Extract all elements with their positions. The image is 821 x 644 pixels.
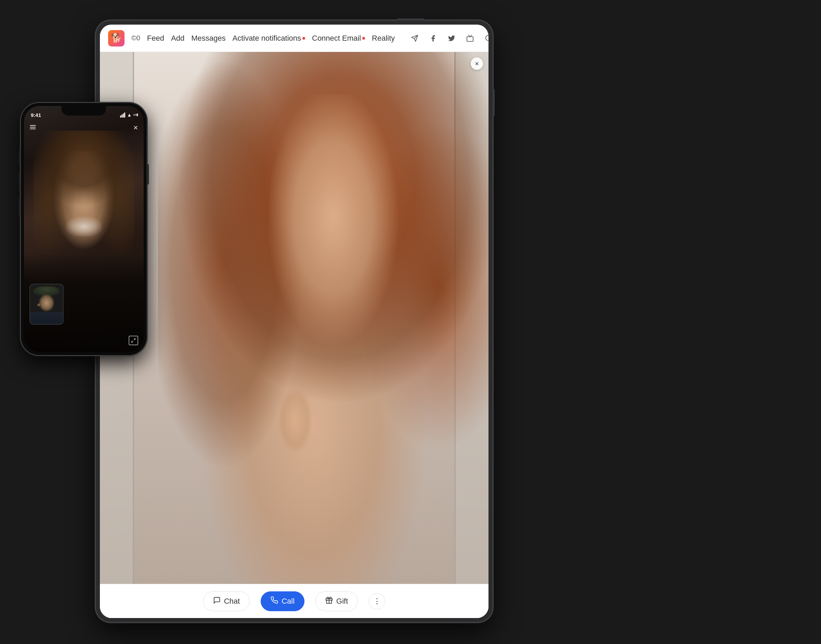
chat-icon [213, 596, 221, 606]
phone-mute-button [19, 150, 20, 164]
nav-counter: ©0 [131, 34, 140, 42]
phone-volume-down-button [19, 196, 20, 217]
phone-top-bar: ✕ [24, 121, 144, 135]
tablet-device: 🐕 ©0 Feed Add Messages Activate notifica… [96, 20, 493, 622]
phone-thumb-face [37, 294, 56, 312]
gift-button[interactable]: Gift [315, 591, 358, 611]
phone-time: 9:41 [31, 112, 41, 118]
svg-rect-2 [467, 37, 473, 41]
battery-icon [134, 114, 137, 115]
navbar: 🐕 ©0 Feed Add Messages Activate notifica… [100, 25, 489, 52]
notification-dot [302, 37, 305, 40]
email-dot [362, 37, 365, 40]
phone-smile [66, 217, 102, 236]
phone-power-button [147, 164, 149, 185]
phone-thumb-ear [37, 304, 40, 306]
tablet-volume-button [397, 18, 424, 20]
main-content: × Chat Call [100, 52, 489, 618]
svg-point-3 [486, 35, 489, 40]
phone-volume-up-button [19, 171, 20, 192]
gift-icon [325, 596, 333, 606]
nav-add[interactable]: Add [171, 34, 184, 43]
nav-feed[interactable]: Feed [147, 34, 164, 43]
phone-expand-icon[interactable] [129, 336, 138, 345]
phone-close-icon[interactable]: ✕ [133, 124, 138, 132]
action-bar: Chat Call Gift ⋮ [100, 584, 489, 618]
face-area [236, 94, 430, 387]
app-logo[interactable]: 🐕 [108, 30, 125, 46]
phone-device: 9:41 ▲ ✕ [20, 103, 147, 356]
search-icon[interactable] [482, 32, 489, 44]
nav-connect-email[interactable]: Connect Email [312, 34, 365, 43]
phone-screen: 9:41 ▲ ✕ [24, 106, 144, 352]
chat-button[interactable]: Chat [203, 591, 250, 611]
phone-notch [61, 106, 106, 115]
phone-pip-thumbnail [29, 284, 64, 325]
youtube-icon[interactable] [464, 32, 476, 44]
phone-hair [34, 130, 134, 266]
wifi-icon: ▲ [127, 112, 132, 118]
signal-bars-icon [120, 112, 125, 118]
phone-menu-icon[interactable] [29, 124, 36, 132]
nav-reality[interactable]: Reality [372, 34, 395, 43]
close-button[interactable]: × [471, 57, 483, 70]
nav-activate-notifications[interactable]: Activate notifications [232, 34, 305, 43]
call-button[interactable]: Call [261, 591, 304, 611]
tablet-power-button [493, 89, 495, 116]
nav-messages[interactable]: Messages [191, 34, 225, 43]
call-icon [271, 596, 278, 606]
tablet-screen: 🐕 ©0 Feed Add Messages Activate notifica… [100, 25, 489, 618]
more-options-button[interactable]: ⋮ [369, 593, 385, 609]
phone-status-icons: ▲ [120, 112, 137, 118]
phone-thumb-bg [30, 284, 63, 324]
profile-bg [100, 52, 489, 584]
facebook-icon[interactable] [427, 32, 439, 44]
twitter-icon[interactable] [445, 32, 458, 44]
profile-image-area: × [100, 52, 489, 584]
send-icon[interactable] [409, 32, 421, 44]
phone-thumb-shirt [30, 312, 63, 324]
hand-area [275, 389, 316, 451]
nav-icon-group [409, 32, 489, 44]
